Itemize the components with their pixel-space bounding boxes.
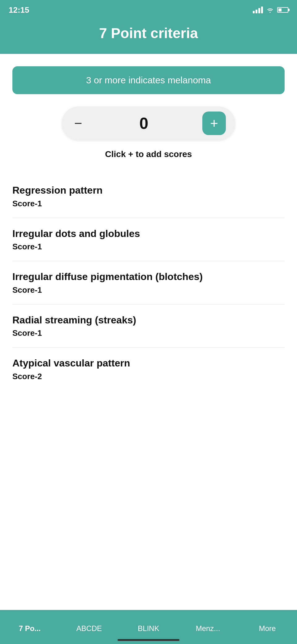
criteria-list: Regression pattern Score-1 Irregular dot… bbox=[12, 175, 285, 384]
nav-label-blink: BLINK bbox=[138, 624, 159, 633]
nav-label-menz: Menz... bbox=[196, 624, 220, 633]
criteria-score: Score-1 bbox=[12, 285, 285, 295]
signal-icon bbox=[253, 7, 263, 13]
counter-widget: − 0 + bbox=[62, 107, 235, 140]
criteria-score: Score-2 bbox=[12, 372, 285, 381]
nav-item-menz[interactable]: Menz... bbox=[178, 624, 238, 633]
nav-item-abcde[interactable]: ABCDE bbox=[59, 624, 119, 633]
nav-item-7po[interactable]: 7 Po... bbox=[0, 624, 59, 633]
nav-label-abcde: ABCDE bbox=[76, 624, 102, 633]
criteria-name: Regression pattern bbox=[12, 184, 285, 197]
criteria-name: Irregular dots and globules bbox=[12, 227, 285, 240]
criteria-item-irregular-diffuse: Irregular diffuse pigmentation (blotches… bbox=[12, 261, 285, 304]
battery-icon bbox=[277, 7, 288, 13]
nav-label-7po: 7 Po... bbox=[19, 624, 41, 633]
criteria-score: Score-1 bbox=[12, 242, 285, 252]
info-banner-text: 3 or more indicates melanoma bbox=[86, 75, 211, 85]
criteria-name: Irregular diffuse pigmentation (blotches… bbox=[12, 270, 285, 283]
status-time: 12:15 bbox=[9, 5, 29, 15]
counter-plus-button[interactable]: + bbox=[202, 112, 226, 135]
criteria-item-regression: Regression pattern Score-1 bbox=[12, 175, 285, 218]
info-banner: 3 or more indicates melanoma bbox=[12, 66, 285, 94]
criteria-name: Radial streaming (streaks) bbox=[12, 314, 285, 327]
counter-hint: Click + to add scores bbox=[12, 149, 285, 159]
home-indicator bbox=[118, 639, 179, 641]
status-icons bbox=[253, 7, 288, 13]
status-bar: 12:15 bbox=[0, 0, 297, 19]
nav-item-blink[interactable]: BLINK bbox=[119, 624, 178, 633]
criteria-item-irregular-dots: Irregular dots and globules Score-1 bbox=[12, 218, 285, 261]
criteria-item-atypical-vascular: Atypical vascular pattern Score-2 bbox=[12, 348, 285, 384]
counter-value: 0 bbox=[139, 114, 148, 133]
main-content: 3 or more indicates melanoma − 0 + Click… bbox=[0, 54, 297, 428]
header: 7 Point criteria bbox=[0, 19, 297, 54]
nav-label-more: More bbox=[259, 624, 276, 633]
counter-minus-button[interactable]: − bbox=[71, 116, 85, 130]
criteria-score: Score-1 bbox=[12, 199, 285, 208]
nav-item-more[interactable]: More bbox=[238, 624, 297, 633]
wifi-icon bbox=[266, 7, 274, 13]
criteria-score: Score-1 bbox=[12, 328, 285, 338]
criteria-item-radial-streaming: Radial streaming (streaks) Score-1 bbox=[12, 304, 285, 348]
page-title: 7 Point criteria bbox=[12, 25, 285, 42]
criteria-name: Atypical vascular pattern bbox=[12, 357, 285, 370]
